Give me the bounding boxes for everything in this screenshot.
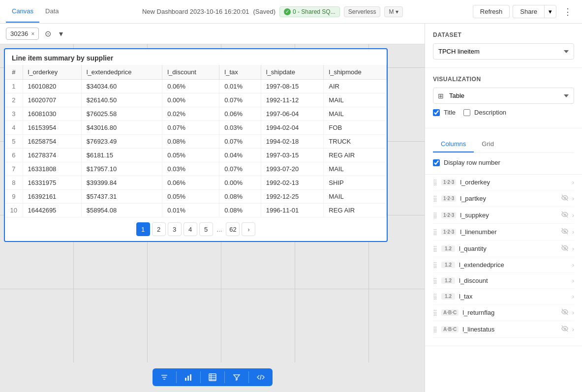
row-cell: 0.03% xyxy=(219,121,261,135)
column-expand-arrow[interactable]: › xyxy=(572,179,574,186)
column-item: ⣿ 1·2·3 l_orderkey › xyxy=(433,175,574,190)
row-cell: 0.04% xyxy=(219,149,261,162)
column-drag-handle[interactable]: ⣿ xyxy=(433,179,437,186)
tab-data[interactable]: Data xyxy=(39,0,64,23)
status-badge: ✓ 0 - Shared SQ... xyxy=(279,6,340,17)
topbar: Canvas Data New Dashboard 2023-10-16 16:… xyxy=(0,0,582,24)
column-visibility-toggle[interactable] xyxy=(561,194,568,203)
column-expand-arrow[interactable]: › xyxy=(572,212,574,219)
column-visibility-toggle[interactable] xyxy=(561,325,568,333)
page-next-button[interactable]: › xyxy=(242,222,255,236)
filter-close-button[interactable]: × xyxy=(31,30,34,37)
column-name: l_suppkey xyxy=(460,211,557,219)
visualization-select[interactable]: Table xyxy=(433,88,574,104)
share-button[interactable]: Share xyxy=(513,5,544,18)
canvas-area: 30236 × ⊙ ▾ Line item summary by supplie… xyxy=(0,24,425,392)
row-number: 9 xyxy=(5,190,23,204)
column-drag-handle[interactable]: ⣿ xyxy=(433,212,437,219)
row-cell: $6181.15 xyxy=(81,149,162,162)
row-cell: FOB xyxy=(324,121,387,135)
column-visibility-toggle[interactable] xyxy=(561,228,568,236)
table-row: 616278374$6181.150.05%0.04%1997-03-15REG… xyxy=(5,149,387,162)
filter-tool-button[interactable] xyxy=(153,368,176,386)
column-drag-handle[interactable]: ⣿ xyxy=(433,293,437,300)
row-number: 2 xyxy=(5,93,23,107)
filter-chevron-button[interactable]: ▾ xyxy=(57,29,65,38)
row-number: 1 xyxy=(5,80,23,93)
dataset-select[interactable]: TPCH lineitem xyxy=(433,43,574,60)
visualization-section: Visualization Table ⊞ Title Description xyxy=(425,68,582,128)
column-item: ⣿ A·B·C l_returnflag › xyxy=(433,304,574,321)
display-row-number-checkbox[interactable] xyxy=(433,159,440,166)
column-visibility-toggle[interactable] xyxy=(561,211,568,219)
column-item: ⣿ 1·2·3 l_linenumber › xyxy=(433,224,574,241)
table-row: 216020707$26140.500.00%0.07%1992-11-12MA… xyxy=(5,93,387,107)
row-cell: 0.08% xyxy=(219,204,261,217)
filter-value: 30236 xyxy=(10,30,28,37)
column-expand-arrow[interactable]: › xyxy=(572,229,574,236)
column-item: ⣿ 1·2·3 l_partkey › xyxy=(433,190,574,207)
chart-tool-button[interactable] xyxy=(177,368,200,386)
page-4-button[interactable]: 4 xyxy=(184,222,197,236)
row-cell: $43016.80 xyxy=(81,121,162,135)
column-drag-handle[interactable]: ⣿ xyxy=(433,229,437,236)
row-cell: 16153954 xyxy=(23,121,81,135)
more-options-button[interactable]: ⋮ xyxy=(559,4,576,19)
tab-columns[interactable]: Columns xyxy=(433,136,474,152)
table-tool-button[interactable] xyxy=(201,368,224,386)
column-drag-handle[interactable]: ⣿ xyxy=(433,195,437,202)
description-checkbox[interactable] xyxy=(463,109,470,116)
filter-expand-button[interactable]: ⊙ xyxy=(43,29,53,38)
column-type-badge: 1·2·3 xyxy=(441,212,456,218)
column-drag-handle[interactable]: ⣿ xyxy=(433,277,437,284)
tab-grid[interactable]: Grid xyxy=(474,136,502,152)
dashboard-title: New Dashboard 2023-10-16 16:20:01 xyxy=(142,8,249,15)
serverless-badge: Serverless xyxy=(344,6,381,17)
column-expand-arrow[interactable]: › xyxy=(572,309,574,316)
row-cell: 16442695 xyxy=(23,204,81,217)
share-dropdown-button[interactable]: ▾ xyxy=(544,5,556,18)
page-3-button[interactable]: 3 xyxy=(168,222,182,236)
column-expand-arrow[interactable]: › xyxy=(572,293,574,300)
column-expand-arrow[interactable]: › xyxy=(572,326,574,333)
row-cell: 16278374 xyxy=(23,149,81,162)
column-expand-arrow[interactable]: › xyxy=(572,245,574,252)
column-expand-arrow[interactable]: › xyxy=(572,277,574,284)
mode-label: M xyxy=(389,8,394,15)
page-last-button[interactable]: 62 xyxy=(226,222,240,236)
row-cell: AIR xyxy=(324,80,387,93)
table-row: 316081030$76025.580.02%0.06%1997-06-04MA… xyxy=(5,107,387,121)
row-cell: 16020707 xyxy=(23,93,81,107)
column-drag-handle[interactable]: ⣿ xyxy=(433,326,437,333)
column-drag-handle[interactable]: ⣿ xyxy=(433,262,437,269)
tab-canvas[interactable]: Canvas xyxy=(6,0,39,23)
page-1-button[interactable]: 1 xyxy=(136,222,150,236)
row-cell: MAIL xyxy=(324,162,387,176)
table-row: 816331975$39399.840.06%0.00%1992-02-13SH… xyxy=(5,176,387,190)
row-cell: 1997-08-15 xyxy=(261,80,324,93)
column-visibility-toggle[interactable] xyxy=(561,244,568,253)
column-drag-handle[interactable]: ⣿ xyxy=(433,245,437,252)
row-cell: 0.05% xyxy=(162,149,219,162)
column-name: l_discount xyxy=(459,277,568,284)
col-header-number: # xyxy=(5,65,23,80)
row-cell: 0.03% xyxy=(162,162,219,176)
dataset-label: Dataset xyxy=(433,31,574,38)
page-2-button[interactable]: 2 xyxy=(152,222,166,236)
row-cell: 0.05% xyxy=(162,190,219,204)
mode-select[interactable]: M ▾ xyxy=(384,6,403,17)
refresh-button[interactable]: Refresh xyxy=(473,5,510,18)
title-checkbox[interactable] xyxy=(433,109,440,116)
column-visibility-toggle[interactable] xyxy=(561,308,568,317)
column-name: l_quantity xyxy=(459,245,557,252)
code-tool-button[interactable] xyxy=(249,368,273,386)
funnel-tool-button[interactable] xyxy=(225,368,248,386)
row-cell: 1997-06-04 xyxy=(261,107,324,121)
canvas-grid[interactable]: Line item summary by supplier # l_orderk… xyxy=(0,44,425,362)
row-cell: REG AIR xyxy=(324,204,387,217)
column-drag-handle[interactable]: ⣿ xyxy=(433,309,437,316)
page-5-button[interactable]: 5 xyxy=(199,222,213,236)
column-expand-arrow[interactable]: › xyxy=(572,262,574,269)
row-cell: MAIL xyxy=(324,93,387,107)
column-expand-arrow[interactable]: › xyxy=(572,195,574,202)
